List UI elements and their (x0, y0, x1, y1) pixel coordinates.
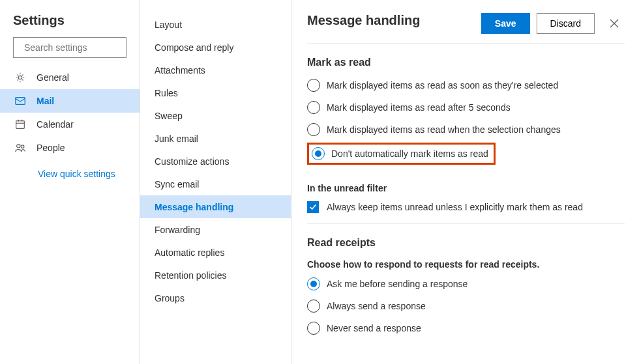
message-handling-panel: Message handling Save Discard Mark as re… (291, 0, 639, 364)
radio-icon (307, 300, 320, 313)
settings-title: Settings (0, 13, 140, 37)
radio-icon (307, 123, 320, 136)
unread-filter-title: In the unread filter (307, 183, 625, 193)
svg-rect-4 (16, 121, 25, 129)
subnav-compose-and-reply[interactable]: Compose and reply (140, 36, 291, 59)
people-icon (14, 142, 26, 154)
radio-label: Mark displayed items as read after 5 sec… (327, 102, 511, 113)
receipt-opt-never[interactable]: Never send a response (307, 322, 625, 335)
subnav-layout[interactable]: Layout (140, 13, 291, 36)
radio-label: Ask me before sending a response (327, 279, 468, 289)
nav-people[interactable]: People (0, 136, 140, 160)
svg-rect-3 (16, 98, 25, 105)
radio-label: Never send a response (327, 323, 421, 333)
subnav-rules[interactable]: Rules (140, 81, 291, 104)
settings-left-panel: Settings General Mail Calendar People (0, 0, 140, 364)
read-receipts-subtitle: Choose how to respond to requests for re… (307, 259, 625, 270)
mark-as-read-title: Mark as read (307, 57, 625, 68)
search-settings[interactable] (13, 37, 126, 58)
gear-icon (14, 72, 26, 83)
subnav-customize-actions[interactable]: Customize actions (140, 150, 291, 173)
nav-label: General (37, 72, 69, 83)
subnav-groups[interactable]: Groups (140, 287, 291, 309)
mark-read-opt-5sec[interactable]: Mark displayed items as read after 5 sec… (307, 101, 625, 114)
subnav-attachments[interactable]: Attachments (140, 59, 291, 81)
nav-label: Mail (37, 96, 54, 106)
radio-icon (307, 322, 320, 335)
nav-label: Calendar (37, 119, 74, 130)
mail-subnav: Layout Compose and reply Attachments Rul… (140, 0, 291, 364)
subnav-sweep[interactable]: Sweep (140, 104, 291, 127)
subnav-junk-email[interactable]: Junk email (140, 127, 291, 150)
subnav-sync-email[interactable]: Sync email (140, 173, 291, 195)
divider (307, 223, 625, 224)
close-button[interactable] (604, 13, 625, 34)
radio-label: Mark displayed items as read when the se… (327, 124, 561, 135)
receipt-opt-ask[interactable]: Ask me before sending a response (307, 277, 625, 290)
radio-icon (307, 101, 320, 114)
mark-read-opt-selected[interactable]: Mark displayed items as read as soon as … (307, 79, 625, 92)
mark-read-opt-selection-change[interactable]: Mark displayed items as read when the se… (307, 123, 625, 136)
radio-label: Don't automatically mark items as read (331, 148, 488, 159)
radio-icon (307, 277, 320, 290)
checkbox-checked-icon (307, 201, 319, 213)
close-icon (609, 18, 619, 29)
panel-title: Message handling (307, 13, 481, 28)
subnav-forwarding[interactable]: Forwarding (140, 218, 291, 241)
divider (307, 43, 625, 44)
view-quick-settings-link[interactable]: View quick settings (0, 160, 140, 179)
checkbox-label: Always keep items unread unless I explic… (327, 202, 583, 212)
mail-icon (14, 95, 26, 107)
svg-point-2 (18, 76, 22, 79)
subnav-message-handling[interactable]: Message handling (140, 195, 291, 218)
radio-label: Always send a response (327, 301, 426, 311)
radio-icon (312, 147, 325, 160)
nav-calendar[interactable]: Calendar (0, 113, 140, 136)
nav-general[interactable]: General (0, 66, 140, 89)
radio-icon (307, 79, 320, 92)
search-input[interactable] (24, 42, 138, 53)
svg-point-9 (21, 145, 24, 148)
mark-read-opt-dont-auto[interactable]: Don't automatically mark items as read (312, 147, 488, 160)
subnav-retention-policies[interactable]: Retention policies (140, 264, 291, 287)
discard-button[interactable]: Discard (537, 13, 595, 34)
nav-mail[interactable]: Mail (0, 89, 140, 113)
calendar-icon (14, 119, 26, 130)
radio-label: Mark displayed items as read as soon as … (327, 80, 558, 91)
read-receipts-title: Read receipts (307, 237, 625, 249)
subnav-automatic-replies[interactable]: Automatic replies (140, 241, 291, 264)
receipt-opt-always[interactable]: Always send a response (307, 300, 625, 313)
unread-filter-checkbox[interactable]: Always keep items unread unless I explic… (307, 201, 625, 213)
nav-label: People (37, 143, 65, 153)
svg-point-8 (17, 145, 20, 148)
save-button[interactable]: Save (481, 13, 530, 34)
highlighted-option: Don't automatically mark items as read (307, 143, 496, 165)
